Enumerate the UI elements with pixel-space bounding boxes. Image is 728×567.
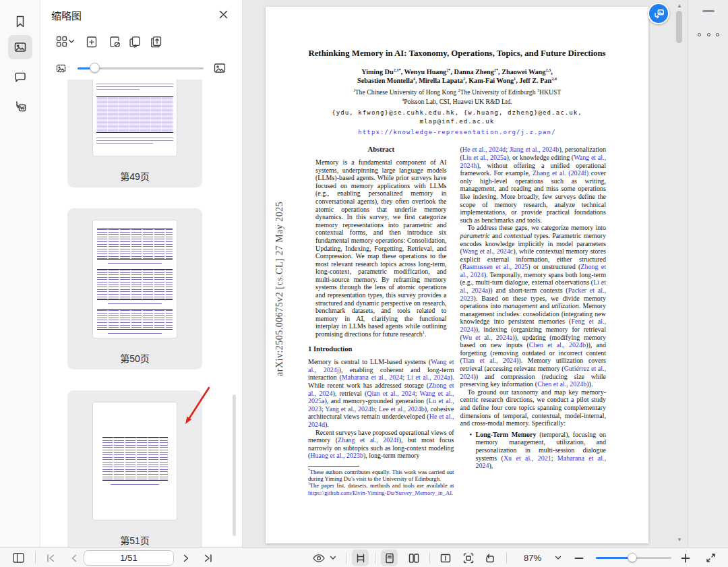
next-page-icon: [180, 552, 192, 564]
paper-paragraph: *These authors contributes equally. This…: [308, 469, 454, 482]
replace-page-icon: [128, 35, 142, 49]
extract-page-button[interactable]: [148, 34, 162, 49]
page-number-input[interactable]: [84, 550, 174, 566]
left-rail: [0, 0, 40, 547]
paper-email-line2: mlap@inf.ed.ac.uk: [266, 117, 648, 126]
grid-view-icon: [55, 35, 68, 48]
share-image-float-button[interactable]: [648, 3, 669, 24]
continuous-scroll-button[interactable]: [352, 549, 369, 566]
paper-paragraph: Recent surveys have proposed operational…: [308, 429, 454, 460]
divider: [346, 552, 346, 564]
two-page-icon: [407, 551, 421, 565]
sidebar-item-bookmarks[interactable]: [8, 9, 32, 34]
panel-close-button[interactable]: [217, 8, 229, 20]
chevron-down-icon: [68, 39, 75, 44]
thumbnail-size-slider-thumb[interactable]: [90, 63, 100, 73]
share-image-icon: [653, 7, 665, 20]
bottom-toolbar: 87%: [0, 547, 728, 567]
sidebar-toggle-button[interactable]: [10, 549, 27, 566]
paper-authors-line2: Sebastien Montella4, Mirella Lapata2, Ka…: [266, 76, 648, 86]
continuous-scroll-icon: [354, 551, 367, 565]
paper-homepage-link[interactable]: https://knowledge-representation.org/j.z…: [266, 129, 648, 136]
view-options-button[interactable]: [309, 549, 329, 566]
single-page-button[interactable]: [381, 549, 398, 566]
paper-paragraph: 1 Introduction: [308, 345, 454, 353]
sidebar-item-comments[interactable]: [8, 65, 32, 89]
panel-scrollbar[interactable]: [233, 394, 236, 536]
thumbnail-page-50[interactable]: 第50页: [67, 208, 202, 369]
paper-paragraph: To ground our taxonomy and map key memor…: [460, 388, 607, 427]
single-page-icon: [383, 551, 396, 565]
first-page-icon: [44, 552, 57, 564]
fit-screen-button[interactable]: [460, 549, 477, 566]
scroll-down-icon[interactable]: ▼: [675, 537, 684, 543]
paper-paragraph: Long-Term Memory (temporal), focusing on…: [470, 431, 607, 470]
scroll-up-icon[interactable]: ▲: [675, 3, 684, 9]
paper-content: Rethinking Memory in AI: Taxonomy, Opera…: [266, 7, 648, 543]
zoom-slider-fill: [596, 557, 632, 559]
paper-email-line1: {ydu, kfwong}@se.cuhk.edu.hk, {w.huang, …: [266, 109, 648, 117]
prev-page-icon: [68, 552, 80, 564]
thumbnail-size-large[interactable]: [212, 61, 226, 75]
zoom-in-icon: [680, 553, 691, 564]
extract-page-icon: [148, 35, 162, 49]
thumbnails-icon: [13, 40, 28, 55]
paper-paragraph: Abstract: [308, 146, 454, 154]
page-49-preview: [93, 80, 177, 156]
thumbnail-size-small[interactable]: [54, 61, 68, 76]
view-options-dropdown[interactable]: [328, 549, 338, 566]
two-page-button[interactable]: [405, 549, 422, 566]
small-thumbnail-icon: [55, 63, 67, 74]
dot: [716, 33, 719, 36]
zoom-in-button[interactable]: [677, 549, 694, 566]
insert-page-button[interactable]: [84, 34, 98, 49]
sidebar-item-convert[interactable]: [8, 94, 32, 119]
sidebar-toggle-icon: [11, 551, 26, 565]
rotate-view-button[interactable]: [481, 549, 498, 566]
prev-page-button[interactable]: [65, 549, 82, 566]
view-mode-grid-button[interactable]: [55, 34, 69, 49]
grid-dropdown[interactable]: [67, 34, 75, 49]
rotate-view-icon: [483, 551, 497, 565]
insert-page-icon: [85, 35, 98, 49]
panel-title: 缩略图: [51, 8, 82, 22]
zoom-slider[interactable]: [596, 557, 671, 559]
paper-affiliation-line1: 1The Chinese University of Hong Kong 2Th…: [266, 88, 648, 97]
paper-left-column: AbstractMemory is a fundamental componen…: [308, 146, 454, 496]
zoom-dropdown[interactable]: [553, 549, 564, 566]
divider: [375, 552, 375, 564]
fit-height-icon: [439, 551, 452, 565]
view-options-eye-icon: [311, 552, 326, 564]
zoom-out-button[interactable]: [570, 549, 587, 566]
paper-paragraph: Memory is central to LLM-based systems (…: [308, 358, 454, 428]
dot: [707, 33, 710, 36]
first-page-button[interactable]: [42, 549, 59, 566]
more-dots-icon[interactable]: [698, 33, 719, 36]
last-page-button[interactable]: [200, 549, 216, 566]
paper-authors-line1: Yiming Du2,1*, Wenyu Huang2*, Danna Zhen…: [266, 67, 648, 77]
zoom-slider-thumb[interactable]: [628, 553, 637, 562]
zoom-level-value[interactable]: 87%: [515, 553, 550, 563]
thumbnail-list: 第49页 第50页 第51页: [40, 80, 242, 547]
paper-title: Rethinking Memory in AI: Taxonomy, Opera…: [295, 49, 619, 59]
drag-handle-icon[interactable]: [702, 10, 715, 12]
divider: [35, 552, 36, 564]
thumbnail-panel: 缩略图: [40, 0, 243, 547]
last-page-icon: [202, 552, 214, 564]
large-thumbnail-icon: [213, 61, 226, 75]
replace-page-button[interactable]: [127, 34, 142, 49]
paper-columns: AbstractMemory is a fundamental componen…: [266, 146, 648, 496]
fit-screen-icon: [462, 551, 475, 565]
fullscreen-button[interactable]: [702, 549, 719, 566]
delete-page-button[interactable]: [107, 34, 121, 49]
thumbnail-label: 第51页: [67, 533, 202, 547]
thumbnail-page-51[interactable]: 第51页: [67, 390, 202, 547]
pdf-page: arXiv:2505.00675v2 [cs.CL] 27 May 2025 R…: [266, 7, 648, 543]
fit-height-button[interactable]: [437, 549, 454, 566]
sidebar-item-thumbnails[interactable]: [8, 35, 32, 59]
thumbnail-page-49[interactable]: 第49页: [67, 80, 202, 187]
comments-icon: [13, 69, 28, 84]
document-scrollbar-thumb[interactable]: [676, 11, 682, 43]
next-page-button[interactable]: [177, 549, 194, 566]
close-icon: [218, 9, 229, 20]
